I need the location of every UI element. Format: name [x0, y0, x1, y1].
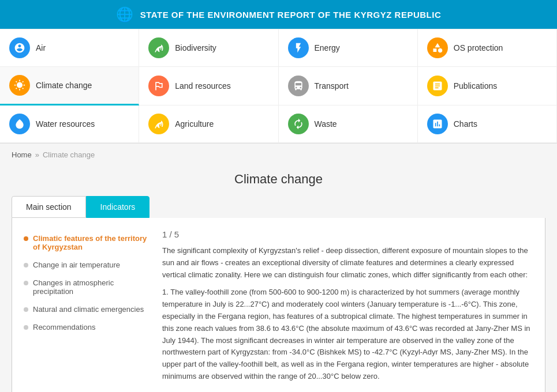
header-title: STATE OF THE ENVIRONMENT REPORT OF THE K…	[140, 10, 441, 20]
nav-label-land-resources: Land resources	[175, 81, 231, 91]
nav-label-waste: Waste	[315, 119, 337, 129]
sidebar-item-atmospheric[interactable]: Changes in atmospheric precipitation	[24, 274, 151, 300]
globe-icon: 🌐	[116, 6, 133, 22]
nav-label-energy: Energy	[315, 43, 340, 52]
nav-icon-waste	[288, 114, 309, 134]
nav-icon-publications	[427, 76, 448, 96]
nav-icon-climate-change	[9, 75, 30, 96]
tab-indicators[interactable]: Indicators	[86, 196, 150, 218]
main-nav: Air Biodiversity Energy OS protection Cl…	[0, 29, 557, 144]
nav-item-water-resources[interactable]: Water resources	[0, 105, 139, 143]
nav-label-biodiversity: Biodiversity	[175, 43, 216, 52]
nav-label-air: Air	[36, 43, 46, 52]
nav-label-climate-change: Climate change	[36, 81, 92, 90]
nav-item-climate-change[interactable]: Climate change	[0, 67, 139, 105]
nav-item-waste[interactable]: Waste	[279, 105, 418, 143]
tabs: Main sectionIndicators	[12, 196, 545, 218]
nav-item-air[interactable]: Air	[0, 29, 139, 67]
sidebar-item-climatic-features[interactable]: Climatic features of the territory of Ky…	[24, 229, 151, 256]
nav-label-os-protection: OS protection	[454, 43, 503, 52]
article: 1 / 5 The significant complexity of Kyrg…	[162, 229, 533, 389]
content-box: Climatic features of the territory of Ky…	[12, 218, 545, 392]
nav-item-biodiversity[interactable]: Biodiversity	[139, 29, 278, 67]
breadcrumb-separator: »	[35, 150, 39, 159]
sidebar-item-recommendations[interactable]: Recommendations	[24, 318, 151, 336]
breadcrumb-home[interactable]: Home	[12, 150, 32, 159]
nav-grid: Air Biodiversity Energy OS protection Cl…	[0, 29, 557, 143]
sidebar-label-climatic-features: Climatic features of the territory of Ky…	[33, 234, 151, 251]
sidebar-label-recommendations: Recommendations	[33, 323, 95, 331]
nav-icon-charts	[427, 114, 448, 134]
nav-icon-transport	[288, 76, 309, 96]
sidebar-label-atmospheric: Changes in atmospheric precipitation	[33, 278, 151, 296]
nav-icon-energy	[288, 37, 309, 58]
article-counter: 1 / 5	[162, 229, 533, 239]
main-content: Climate change Main sectionIndicators Cl…	[0, 166, 557, 392]
nav-item-transport[interactable]: Transport	[279, 67, 418, 105]
nav-item-publications[interactable]: Publications	[418, 67, 557, 105]
sidebar: Climatic features of the territory of Ky…	[24, 229, 151, 389]
article-paragraph-0: The significant complexity of Kyrgyzstan…	[162, 245, 533, 281]
nav-icon-agriculture	[148, 114, 169, 134]
nav-label-charts: Charts	[454, 119, 477, 129]
sidebar-item-natural[interactable]: Natural and climatic emergencies	[24, 300, 151, 318]
nav-icon-land-resources	[148, 76, 169, 96]
breadcrumb-current: Climate change	[43, 150, 95, 159]
tab-main-section[interactable]: Main section	[12, 196, 86, 218]
nav-label-transport: Transport	[315, 81, 349, 91]
nav-icon-water-resources	[9, 114, 30, 134]
sidebar-dot-climatic-features	[24, 236, 28, 241]
nav-icon-biodiversity	[148, 37, 169, 58]
nav-item-charts[interactable]: Charts	[418, 105, 557, 143]
app-header: 🌐 STATE OF THE ENVIRONMENT REPORT OF THE…	[0, 0, 557, 29]
breadcrumb: Home » Climate change	[0, 144, 557, 166]
nav-item-energy[interactable]: Energy	[279, 29, 418, 67]
sidebar-item-air-temperature[interactable]: Change in air temperature	[24, 256, 151, 274]
article-paragraph-1: 1. The valley-foothill zone (from 500-60…	[162, 287, 533, 382]
nav-label-water-resources: Water resources	[36, 119, 95, 129]
nav-label-agriculture: Agriculture	[175, 119, 214, 129]
sidebar-dot-natural	[24, 307, 28, 312]
article-text: The significant complexity of Kyrgyzstan…	[162, 245, 533, 383]
nav-item-land-resources[interactable]: Land resources	[139, 67, 278, 105]
nav-item-agriculture[interactable]: Agriculture	[139, 105, 278, 143]
nav-label-publications: Publications	[454, 81, 498, 91]
nav-icon-air	[9, 37, 30, 58]
sidebar-label-natural: Natural and climatic emergencies	[33, 305, 144, 314]
sidebar-label-air-temperature: Change in air temperature	[33, 261, 120, 269]
page-title: Climate change	[12, 172, 545, 187]
nav-icon-os-protection	[427, 37, 448, 58]
nav-item-os-protection[interactable]: OS protection	[418, 29, 557, 67]
sidebar-dot-atmospheric	[24, 281, 28, 285]
sidebar-dot-recommendations	[24, 325, 28, 330]
sidebar-dot-air-temperature	[24, 263, 28, 267]
